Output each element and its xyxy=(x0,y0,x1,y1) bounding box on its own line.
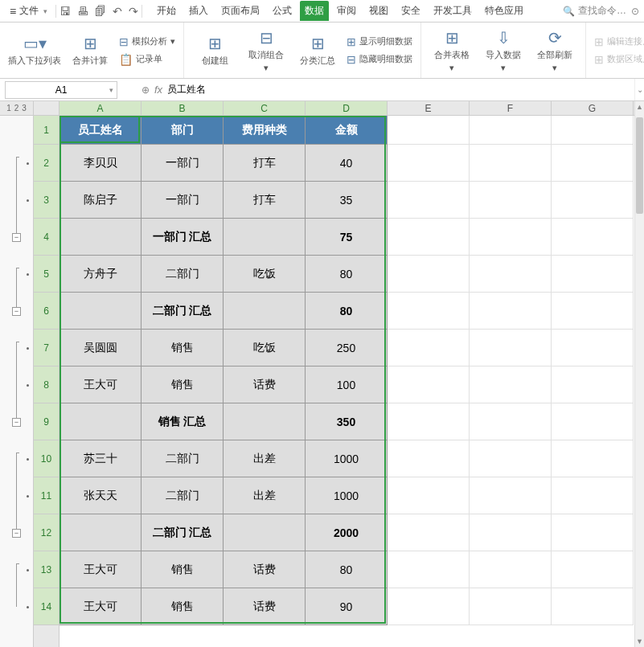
cell-D10[interactable]: 1000 xyxy=(306,440,388,477)
cell-E6[interactable] xyxy=(388,293,470,330)
cell-C8[interactable]: 话费 xyxy=(224,366,306,403)
cell-A2[interactable]: 李贝贝 xyxy=(59,145,142,182)
cell-E3[interactable] xyxy=(388,182,470,219)
select-all-corner[interactable] xyxy=(34,101,59,116)
cell-E14[interactable] xyxy=(388,588,470,625)
tab-特色应用[interactable]: 特色应用 xyxy=(480,1,528,21)
cell-F7[interactable] xyxy=(470,330,552,366)
outline-collapse-button[interactable]: − xyxy=(12,233,21,242)
preview-icon[interactable]: 🗐 xyxy=(95,5,106,18)
cell-C4[interactable] xyxy=(224,219,306,256)
cell-B12[interactable]: 二部门 汇总 xyxy=(142,514,224,551)
cell-F9[interactable] xyxy=(470,403,552,440)
cell-A7[interactable]: 吴圆圆 xyxy=(59,330,142,366)
tab-开始[interactable]: 开始 xyxy=(152,1,181,21)
cell-D14[interactable]: 90 xyxy=(306,588,388,625)
cell-C11[interactable]: 出差 xyxy=(224,477,306,514)
cell-E10[interactable] xyxy=(388,440,470,477)
cell-G2[interactable] xyxy=(552,145,634,182)
cell-F11[interactable] xyxy=(470,477,552,514)
cell-D6[interactable]: 80 xyxy=(306,293,388,330)
cell-B7[interactable]: 销售 xyxy=(142,330,224,366)
row-header-4[interactable]: 4 xyxy=(34,219,59,256)
cell-C6[interactable] xyxy=(224,293,306,330)
cell-B1[interactable]: 部门 xyxy=(142,116,224,145)
column-header-A[interactable]: A xyxy=(59,101,142,115)
refresh-all-button[interactable]: ⟳全部刷新▾ xyxy=(532,28,577,73)
cell-C10[interactable]: 出差 xyxy=(224,440,306,477)
cell-C9[interactable] xyxy=(224,403,306,440)
cell-G7[interactable] xyxy=(552,330,634,366)
scroll-down-icon[interactable]: ▼ xyxy=(635,636,644,647)
row-header-3[interactable]: 3 xyxy=(34,182,59,219)
target-icon[interactable]: ⊕ xyxy=(142,84,150,96)
outline-level-2[interactable]: 2 xyxy=(14,104,19,113)
cell-G9[interactable] xyxy=(552,403,634,440)
insert-dropdown-button[interactable]: ▭▾ 插入下拉列表 xyxy=(8,34,61,67)
cell-C1[interactable]: 费用种类 xyxy=(224,116,306,145)
cell-F3[interactable] xyxy=(470,182,552,219)
cell-E2[interactable] xyxy=(388,145,470,182)
cells-area[interactable]: 员工姓名部门费用种类金额李贝贝一部门打车40陈启子一部门打车35一部门 汇总75… xyxy=(59,116,634,647)
cell-A6[interactable] xyxy=(59,293,142,330)
expand-formula-bar[interactable]: ⌄ xyxy=(634,79,644,100)
row-header-6[interactable]: 6 xyxy=(34,293,59,330)
row-header-13[interactable]: 13 xyxy=(34,551,59,588)
column-header-C[interactable]: C xyxy=(224,101,306,115)
cell-A11[interactable]: 张天天 xyxy=(59,477,142,514)
cell-D7[interactable]: 250 xyxy=(306,330,388,366)
outline-level-3[interactable]: 3 xyxy=(22,104,27,113)
cell-B4[interactable]: 一部门 汇总 xyxy=(142,219,224,256)
cell-C5[interactable]: 吃饭 xyxy=(224,256,306,293)
cell-E1[interactable] xyxy=(388,116,470,145)
cell-D12[interactable]: 2000 xyxy=(306,514,388,551)
subtotal-button[interactable]: ⊞分类汇总 xyxy=(295,34,340,67)
cell-C13[interactable]: 话费 xyxy=(224,551,306,588)
hide-detail-button[interactable]: ⊟隐藏明细数据 xyxy=(347,53,412,66)
consolidate-button[interactable]: ⊞ 合并计算 xyxy=(68,34,113,67)
cell-D4[interactable]: 75 xyxy=(306,219,388,256)
cell-B11[interactable]: 二部门 xyxy=(142,477,224,514)
cell-D8[interactable]: 100 xyxy=(306,366,388,403)
cell-B13[interactable]: 销售 xyxy=(142,551,224,588)
print-icon[interactable]: 🖶 xyxy=(77,5,88,18)
save-icon[interactable]: 🖫 xyxy=(59,5,71,18)
cell-F14[interactable] xyxy=(470,588,552,625)
cell-G14[interactable] xyxy=(552,588,634,625)
cell-B14[interactable]: 销售 xyxy=(142,588,224,625)
cell-E7[interactable] xyxy=(388,330,470,366)
vertical-scrollbar[interactable]: ▲ ▼ xyxy=(634,101,644,647)
show-detail-button[interactable]: ⊞显示明细数据 xyxy=(347,35,412,48)
cell-F5[interactable] xyxy=(470,256,552,293)
tab-插入[interactable]: 插入 xyxy=(184,1,213,21)
row-header-14[interactable]: 14 xyxy=(34,588,59,625)
cell-G3[interactable] xyxy=(552,182,634,219)
cell-A8[interactable]: 王大可 xyxy=(59,366,142,403)
cell-B5[interactable]: 二部门 xyxy=(142,256,224,293)
cell-E13[interactable] xyxy=(388,551,470,588)
ungroup-button[interactable]: ⊟取消组合▾ xyxy=(244,28,289,73)
cell-A5[interactable]: 方舟子 xyxy=(59,256,142,293)
cell-B9[interactable]: 销售 汇总 xyxy=(142,403,224,440)
cell-E5[interactable] xyxy=(388,256,470,293)
cell-C7[interactable]: 吃饭 xyxy=(224,330,306,366)
cell-A3[interactable]: 陈启子 xyxy=(59,182,142,219)
row-header-10[interactable]: 10 xyxy=(34,440,59,477)
row-header-11[interactable]: 11 xyxy=(34,477,59,514)
name-box[interactable]: A1 ▾ xyxy=(5,81,117,99)
cell-D11[interactable]: 1000 xyxy=(306,477,388,514)
cell-D13[interactable]: 80 xyxy=(306,551,388,588)
cell-F8[interactable] xyxy=(470,366,552,403)
cell-D2[interactable]: 40 xyxy=(306,145,388,182)
cell-G10[interactable] xyxy=(552,440,634,477)
row-header-9[interactable]: 9 xyxy=(34,403,59,440)
cell-G4[interactable] xyxy=(552,219,634,256)
cell-B3[interactable]: 一部门 xyxy=(142,182,224,219)
tab-页面布局[interactable]: 页面布局 xyxy=(216,1,265,21)
cell-G11[interactable] xyxy=(552,477,634,514)
formula-input[interactable]: 员工姓名 xyxy=(162,83,644,96)
cell-D3[interactable]: 35 xyxy=(306,182,388,219)
cell-D1[interactable]: 金额 xyxy=(306,116,388,145)
cell-E4[interactable] xyxy=(388,219,470,256)
row-header-12[interactable]: 12 xyxy=(34,514,59,551)
